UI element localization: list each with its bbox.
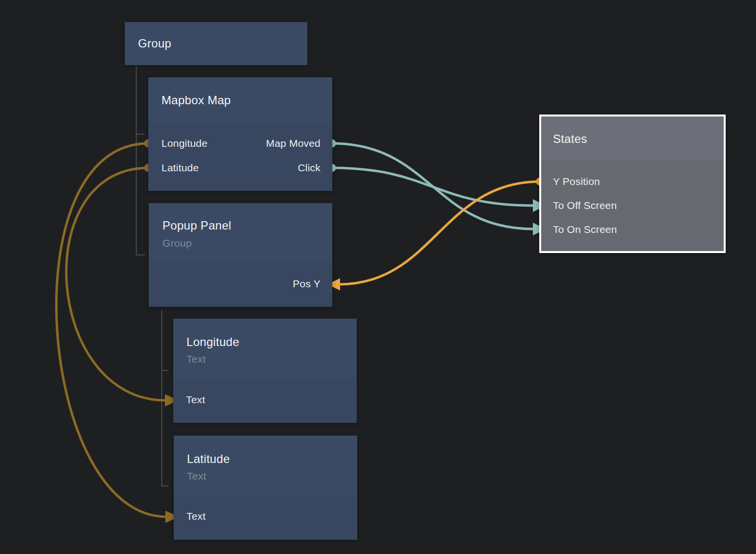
port-label-y-position[interactable]: Y Position bbox=[553, 175, 600, 188]
port-label-text[interactable]: Text bbox=[186, 393, 205, 406]
node-title: Popup Panel bbox=[162, 218, 231, 233]
wire-click-to-offscreen[interactable] bbox=[332, 168, 534, 206]
node-mapbox-body bbox=[148, 122, 332, 191]
node-group[interactable]: Group bbox=[125, 22, 307, 65]
wire-yposition-to-posy[interactable] bbox=[339, 182, 540, 284]
node-mapbox-map[interactable]: Mapbox Map Longitude Latitude Map Moved … bbox=[148, 77, 332, 191]
node-title: Group bbox=[138, 36, 171, 51]
node-longitude-text[interactable]: Longitude Text Text bbox=[173, 319, 357, 423]
port-label-click[interactable]: Click bbox=[298, 162, 321, 174]
wire-mapmoved-to-onscreen[interactable] bbox=[332, 143, 534, 229]
port-label-text[interactable]: Text bbox=[186, 510, 206, 523]
node-title: States bbox=[553, 132, 587, 146]
node-title: Mapbox Map bbox=[161, 93, 231, 108]
node-title: Latitude bbox=[187, 452, 230, 466]
port-label-to-on-screen[interactable]: To On Screen bbox=[553, 223, 617, 236]
wire-longitude-to-latitude-text[interactable] bbox=[56, 143, 166, 517]
connections-layer bbox=[0, 0, 756, 554]
node-latitude-text[interactable]: Latitude Text Text bbox=[174, 436, 357, 540]
node-states[interactable]: States Y Position To Off Screen To On Sc… bbox=[539, 115, 726, 253]
tree-line-popup-children bbox=[162, 310, 169, 486]
node-subtitle: Text bbox=[187, 470, 206, 483]
node-subtitle: Text bbox=[186, 353, 206, 366]
port-label-latitude[interactable]: Latitude bbox=[161, 162, 199, 174]
node-subtitle: Group bbox=[162, 237, 192, 250]
tree-line-group-children bbox=[137, 66, 145, 255]
port-label-map-moved[interactable]: Map Moved bbox=[266, 137, 321, 150]
node-editor-canvas[interactable]: Group Mapbox Map Longitude Latitude Map … bbox=[0, 0, 756, 554]
port-label-longitude[interactable]: Longitude bbox=[161, 137, 207, 150]
node-popup-panel[interactable]: Popup Panel Group Pos Y bbox=[149, 203, 332, 307]
node-title: Longitude bbox=[186, 335, 239, 349]
port-label-to-off-screen[interactable]: To Off Screen bbox=[553, 199, 617, 212]
port-label-pos-y[interactable]: Pos Y bbox=[293, 277, 321, 290]
